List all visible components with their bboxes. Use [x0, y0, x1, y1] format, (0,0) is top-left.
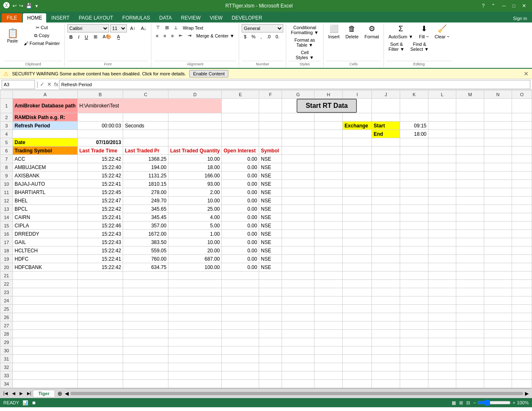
cell-k21[interactable] — [400, 272, 428, 280]
cell-l19[interactable] — [428, 255, 456, 263]
view-layout-button[interactable]: ⊞ — [459, 400, 463, 406]
cell-l7[interactable] — [428, 155, 456, 163]
cell-f3[interactable] — [259, 122, 282, 130]
cell-c9[interactable]: 1131.25 — [123, 172, 168, 180]
cell-o31[interactable] — [512, 355, 532, 363]
cell-e17[interactable]: 0.00 — [222, 238, 259, 247]
tab-file[interactable]: FILE — [2, 13, 22, 22]
cell-a14[interactable]: CAIRN — [13, 213, 78, 222]
tab-view[interactable]: VIEW — [205, 13, 227, 22]
cell-a29[interactable] — [13, 338, 78, 346]
cell-g34[interactable] — [282, 380, 314, 388]
cell-g18[interactable] — [282, 247, 314, 255]
view-normal-button[interactable]: ▦ — [452, 400, 456, 406]
cell-b19[interactable]: 15:22:41 — [77, 255, 123, 263]
cell-e21[interactable] — [222, 272, 259, 280]
col-header-h[interactable]: H — [314, 90, 343, 99]
horizontal-scrollbar[interactable]: ◀ ▶ — [65, 389, 530, 398]
cell-a28[interactable] — [13, 330, 78, 338]
align-center-button[interactable]: ≡ — [161, 32, 168, 39]
cell-b2[interactable] — [77, 113, 123, 122]
cell-m11[interactable] — [456, 188, 484, 197]
cell-n16[interactable] — [484, 230, 512, 238]
cell-f31[interactable] — [259, 355, 282, 363]
cell-m3[interactable] — [456, 122, 484, 130]
cell-i34[interactable] — [343, 380, 372, 388]
cell-l24[interactable] — [428, 296, 456, 305]
cell-d12[interactable]: 10.00 — [168, 197, 222, 205]
cell-j34[interactable] — [372, 380, 400, 388]
cell-c2[interactable] — [123, 113, 168, 122]
cell-g24[interactable] — [282, 296, 314, 305]
comma-button[interactable]: , — [258, 33, 264, 40]
cell-b31[interactable] — [77, 355, 123, 363]
cell-e13[interactable]: 0.00 — [222, 205, 259, 213]
autosum-button[interactable]: AutoSum ▼ — [386, 33, 415, 40]
cell-l2[interactable] — [428, 113, 456, 122]
cell-n14[interactable] — [484, 213, 512, 222]
cell-e16[interactable]: 0.00 — [222, 230, 259, 238]
cell-m30[interactable] — [456, 346, 484, 355]
cell-o32[interactable] — [512, 363, 532, 371]
cell-k13[interactable] — [400, 205, 428, 213]
cell-h33[interactable] — [314, 371, 343, 380]
cell-a32[interactable] — [13, 363, 78, 371]
cell-h28[interactable] — [314, 330, 343, 338]
cell-n24[interactable] — [484, 296, 512, 305]
cell-m32[interactable] — [456, 363, 484, 371]
cell-m1[interactable] — [456, 99, 484, 113]
cell-c11[interactable]: 278.00 — [123, 188, 168, 197]
cell-g29[interactable] — [282, 338, 314, 346]
cell-h4[interactable] — [314, 130, 343, 138]
cell-k16[interactable] — [400, 230, 428, 238]
cell-h14[interactable] — [314, 213, 343, 222]
cell-j28[interactable] — [372, 330, 400, 338]
cell-n9[interactable] — [484, 172, 512, 180]
cell-f8[interactable]: NSE — [259, 163, 282, 172]
cell-i33[interactable] — [343, 371, 372, 380]
cell-g31[interactable] — [282, 355, 314, 363]
align-top-button[interactable]: ⊤ — [154, 24, 162, 31]
cell-l17[interactable] — [428, 238, 456, 247]
cell-m4[interactable] — [456, 130, 484, 138]
cell-a11[interactable]: BHARTIARTL — [13, 188, 78, 197]
cell-e14[interactable]: 0.00 — [222, 213, 259, 222]
cell-o4[interactable] — [512, 130, 532, 138]
cell-f2[interactable] — [259, 113, 282, 122]
cell-d34[interactable] — [168, 380, 222, 388]
cell-o14[interactable] — [512, 213, 532, 222]
col-header-b[interactable]: B — [77, 90, 123, 99]
cell-d14[interactable]: 4.00 — [168, 213, 222, 222]
cell-m27[interactable] — [456, 321, 484, 330]
cell-o20[interactable] — [512, 263, 532, 272]
cell-l28[interactable] — [428, 330, 456, 338]
cell-i22[interactable] — [343, 280, 372, 288]
scroll-left-btn[interactable]: ◀ — [65, 391, 69, 396]
cell-i18[interactable] — [343, 247, 372, 255]
cell-c31[interactable] — [123, 355, 168, 363]
macro-record-button[interactable]: ⏺ — [32, 400, 36, 405]
cell-o27[interactable] — [512, 321, 532, 330]
cell-j2[interactable] — [372, 113, 400, 122]
cell-g22[interactable] — [282, 280, 314, 288]
cell-c28[interactable] — [123, 330, 168, 338]
cell-n23[interactable] — [484, 288, 512, 296]
clear-button[interactable]: Clear ~ — [433, 33, 452, 40]
cell-o26[interactable] — [512, 313, 532, 321]
cell-i11[interactable] — [343, 188, 372, 197]
cell-h26[interactable] — [314, 313, 343, 321]
cell-c4[interactable] — [123, 130, 168, 138]
cell-a15[interactable]: CIPLA — [13, 222, 78, 230]
cell-n19[interactable] — [484, 255, 512, 263]
align-right-button[interactable]: ≡ — [169, 32, 176, 39]
cell-g30[interactable] — [282, 346, 314, 355]
cell-b26[interactable] — [77, 313, 123, 321]
quick-access-dropdown[interactable]: ▼ — [35, 4, 39, 8]
cell-b25[interactable] — [77, 305, 123, 313]
tab-developer[interactable]: DEVELOPER — [228, 13, 266, 22]
cell-b3[interactable]: 00:00:03 — [77, 122, 123, 130]
zoom-out-button[interactable]: − — [473, 400, 476, 405]
cell-o1[interactable] — [512, 99, 532, 113]
cell-e22[interactable] — [222, 280, 259, 288]
cell-c32[interactable] — [123, 363, 168, 371]
